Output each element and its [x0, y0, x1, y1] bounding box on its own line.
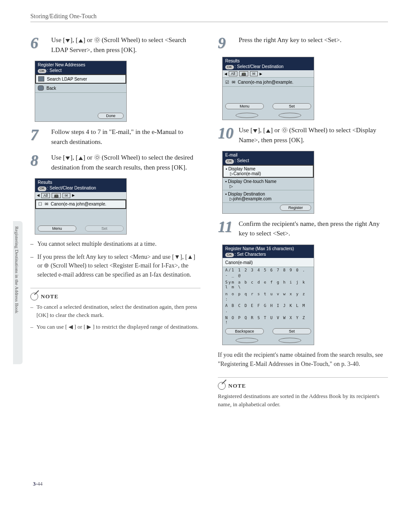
- step-7: 7 Follow steps 4 to 7 in "E-mail," in th…: [30, 127, 200, 147]
- note-label: NOTE: [41, 293, 59, 300]
- lcd-result-row: ☐ ✉ Canon(e-ma john@example.: [35, 199, 126, 209]
- lcd-screen-email: E-mail OK: Select ▪ Display Name ▷Canon(…: [222, 151, 314, 213]
- left-triangle-icon: ◀: [224, 72, 227, 76]
- lcd-title-line1: Register New Addresses: [38, 62, 124, 68]
- checkbox-icon: ☐: [38, 202, 42, 206]
- page-header: Storing/Editing One-Touch: [30, 13, 388, 22]
- step-number: 7: [30, 127, 51, 143]
- step-text: Use [], [] or (Scroll Wheel) to select <…: [239, 125, 388, 145]
- note-item: To cancel a selected destination, select…: [30, 303, 200, 320]
- up-triangle-icon: [266, 129, 271, 133]
- lcd-row-onetouch-name: ▪ Display One-touch Name ▷: [223, 178, 314, 190]
- lcd-char-line: N O P Q R S T U V W X Y Z !: [223, 315, 314, 326]
- soft-button-icon: [236, 113, 258, 118]
- step-text: Press the right Any key to select <Set>.: [239, 35, 388, 45]
- step-8-notes-list: You cannot select multiple destinations …: [30, 240, 200, 279]
- lcd-softkey-set: Set: [273, 328, 311, 334]
- page-number: 3-44: [33, 481, 43, 487]
- lcd-title-line1: Register Name (Max 16 characters): [225, 246, 311, 251]
- step-9: 9 Press the right Any key to select <Set…: [218, 35, 388, 51]
- svg-marker-1: [79, 39, 83, 42]
- right-triangle-icon: ▶: [260, 72, 262, 76]
- step-number: 10: [218, 125, 239, 141]
- up-triangle-icon: [78, 156, 83, 160]
- lcd-tab-mail-icon: ✉: [250, 71, 258, 76]
- down-triangle-icon: [65, 156, 70, 160]
- svg-point-10: [282, 127, 287, 133]
- left-triangle-icon: ◀: [37, 193, 39, 197]
- back-icon: [38, 85, 44, 91]
- step-11-followup: If you edit the recipient's name obtaine…: [218, 350, 388, 369]
- lcd-filter-row: ◀ All 📠 ✉ ▶: [35, 192, 126, 199]
- lcd-softkey-register: Register: [280, 205, 311, 211]
- scroll-wheel-icon: [94, 154, 100, 160]
- ok-badge-icon: OK: [225, 253, 234, 257]
- mail-icon: ✉: [232, 80, 235, 85]
- lcd-result-row: ☑ ✉ Canon(e-ma john@example.: [223, 78, 314, 87]
- step-text: Use [], [] or (Scroll Wheel) to select t…: [51, 153, 200, 172]
- ok-badge-icon: OK: [225, 159, 234, 163]
- lcd-row-search-ldap: Search LDAP Server: [35, 74, 126, 84]
- soft-button-icon: [279, 113, 301, 118]
- lcd-row-display-name: ▪ Display Name ▷Canon(e-mail): [223, 165, 314, 178]
- step-number: 9: [218, 35, 239, 51]
- mail-icon: ✉: [45, 202, 48, 206]
- lcd-filter-row: ◀ All 📠 ✉ ▶: [223, 70, 314, 78]
- lcd-tab-fax-icon: 📠: [52, 193, 61, 198]
- lcd-softkey-menu: Menu: [225, 103, 264, 109]
- ok-badge-icon: OK: [38, 186, 46, 191]
- ok-badge-icon: OK: [225, 65, 234, 69]
- scroll-wheel-icon: [282, 127, 288, 133]
- side-tab: Registering Destinations in the Address …: [13, 221, 23, 364]
- lcd-char-line: Sym a b c d e f g h i j k l m \: [223, 279, 314, 291]
- lcd-char-line: A B C D E F G H I J K L M .: [223, 303, 314, 314]
- step-number: 6: [30, 35, 51, 51]
- step-number: 8: [30, 153, 51, 168]
- lcd-title-line1: Results: [38, 180, 124, 185]
- lcd-title-line1: E-mail: [225, 152, 311, 158]
- step-8: 8 Use [], [] or (Scroll Wheel) to select…: [30, 153, 200, 172]
- lcd-softkey-backspace: Backspace: [225, 328, 264, 334]
- svg-point-2: [95, 37, 100, 42]
- lcd-title-line1: Results: [225, 58, 311, 64]
- lcd-entry-field: Canon(e-mail): [223, 258, 314, 267]
- note-box: NOTE Registered destinations are sorted …: [218, 377, 388, 409]
- lcd-softkey-menu: Menu: [38, 225, 76, 232]
- note-box: NOTE To cancel a selected destination, s…: [30, 288, 200, 331]
- lcd-char-line: A/1 1 2 3 4 5 6 7 8 9 0 . - _ @: [223, 267, 314, 279]
- right-triangle-icon: ▶: [72, 193, 75, 197]
- soft-button-icon: [279, 338, 301, 343]
- svg-point-11: [283, 129, 286, 131]
- down-triangle-icon: [65, 39, 70, 43]
- note-icon: [218, 382, 226, 390]
- note-text: Registered destinations are sorted in th…: [218, 392, 388, 409]
- lcd-tab-all: All: [41, 193, 50, 198]
- checkbox-checked-icon: ☑: [225, 80, 229, 85]
- down-triangle-icon: [253, 129, 258, 133]
- lcd-softkey-set: Set: [85, 225, 124, 232]
- lcd-char-line: n o p q r s t u v w x y z :: [223, 291, 314, 303]
- svg-marker-9: [266, 129, 270, 133]
- side-tab-text: Registering Destinations in the Address …: [13, 221, 21, 319]
- svg-marker-5: [79, 157, 83, 160]
- lcd-tab-fax-icon: 📠: [239, 71, 248, 76]
- svg-point-6: [95, 155, 100, 160]
- lcd-screen-results: Results OK: Select/Clear Destination ◀ A…: [35, 178, 127, 234]
- up-triangle-icon: [78, 39, 83, 43]
- lcd-softkey-set: Set: [273, 103, 311, 109]
- svg-point-7: [96, 156, 99, 159]
- note-icon: [30, 293, 38, 300]
- svg-marker-8: [253, 129, 257, 133]
- step-number: 11: [218, 219, 239, 235]
- list-item: You cannot select multiple destinations …: [30, 240, 200, 248]
- step-6: 6 Use [], [] or (Scroll Wheel) to select…: [30, 35, 200, 55]
- lcd-screen-register-addresses: Register New Addresses OK: Select Search…: [35, 61, 127, 122]
- step-text: Follow steps 4 to 7 in "E-mail," in the …: [51, 127, 200, 147]
- svg-marker-4: [66, 157, 70, 160]
- svg-point-3: [96, 39, 99, 41]
- note-item: You can use [ ◀ ] or [ ▶ ] to restrict t…: [30, 323, 200, 331]
- scroll-wheel-icon: [94, 37, 100, 43]
- soft-button-icon: [236, 338, 258, 343]
- note-label: NOTE: [228, 382, 246, 389]
- step-text: Use [], [] or (Scroll Wheel) to select <…: [51, 35, 200, 55]
